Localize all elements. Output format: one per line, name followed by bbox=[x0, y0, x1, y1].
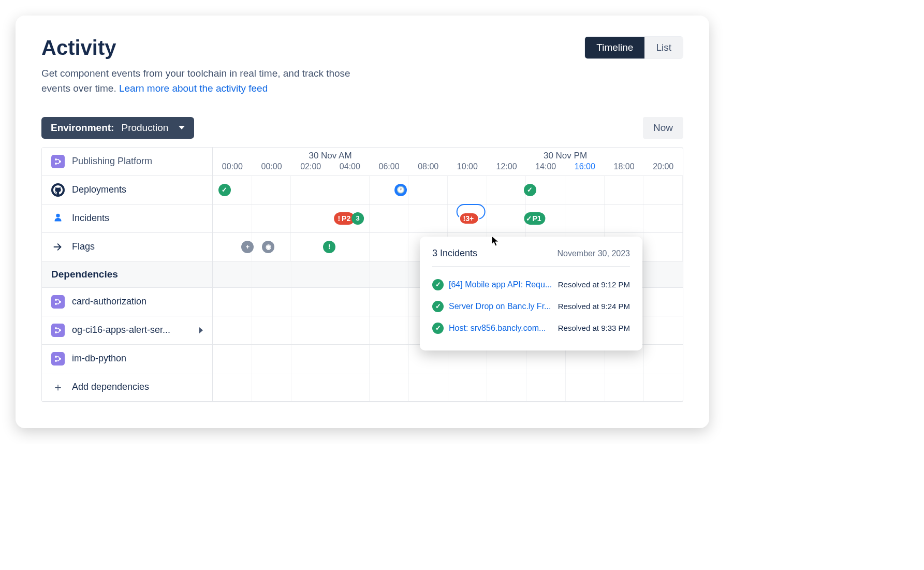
hour-label: 18:00 bbox=[605, 161, 644, 176]
now-button[interactable]: Now bbox=[643, 117, 683, 139]
svg-point-4 bbox=[55, 299, 57, 301]
svg-point-11 bbox=[55, 360, 57, 362]
hour-label: 00:00 bbox=[213, 161, 252, 176]
incident-icon bbox=[51, 212, 65, 225]
popover-title: 3 Incidents bbox=[432, 248, 477, 259]
dependency-im-db-python[interactable]: im-db-python bbox=[42, 345, 213, 373]
popover-item: ✓ [64] Mobile app API: Requ... Resolved … bbox=[432, 274, 630, 296]
tab-timeline[interactable]: Timeline bbox=[585, 37, 644, 59]
chevron-right-icon bbox=[199, 327, 203, 333]
svg-point-5 bbox=[55, 303, 57, 305]
page-title: Activity bbox=[41, 36, 373, 60]
dependencies-section: Dependencies bbox=[42, 261, 213, 287]
hour-label: 12:00 bbox=[487, 161, 526, 176]
row-incidents[interactable]: Incidents bbox=[42, 204, 213, 232]
incident-link[interactable]: Host: srv856.bancly.com... bbox=[449, 324, 546, 333]
plus-icon: ＋ bbox=[51, 381, 65, 394]
component-icon bbox=[51, 295, 65, 309]
page-subtitle: Get component events from your toolchain… bbox=[41, 66, 373, 96]
incident-popover: 3 Incidents November 30, 2023 ✓ [64] Mob… bbox=[420, 237, 642, 350]
hour-label: 08:00 bbox=[408, 161, 448, 176]
deploy-success-marker[interactable]: ✓ bbox=[218, 184, 231, 196]
hour-label: 10:00 bbox=[448, 161, 487, 176]
flag-target-marker[interactable]: ◉ bbox=[262, 241, 274, 253]
incident-count-badge: 3 bbox=[351, 212, 364, 225]
view-toggle: Timeline List bbox=[584, 36, 683, 59]
incident-cluster-marker[interactable]: !3+ bbox=[459, 212, 479, 225]
row-flags[interactable]: Flags bbox=[42, 233, 213, 261]
day-label-pm: 30 Nov PM bbox=[448, 148, 683, 161]
platform-header: Publishing Platform bbox=[42, 148, 213, 176]
hour-label: 04:00 bbox=[330, 161, 370, 176]
hour-label: 16:00 bbox=[565, 161, 605, 176]
chevron-down-icon bbox=[179, 126, 185, 129]
deploy-success-marker[interactable]: ✓ bbox=[524, 184, 536, 196]
deploy-pending-marker[interactable]: 🕐 bbox=[394, 184, 407, 196]
add-dependencies-button[interactable]: ＋ Add dependencies bbox=[42, 373, 213, 401]
component-icon bbox=[51, 324, 65, 337]
hour-label: 14:00 bbox=[526, 161, 565, 176]
svg-point-8 bbox=[55, 331, 57, 333]
svg-point-1 bbox=[55, 163, 57, 165]
day-label-am: 30 Nov AM bbox=[213, 148, 448, 161]
popover-item: ✓ Server Drop on Banc.ly Fr... Resolved … bbox=[432, 296, 630, 317]
check-icon: ✓ bbox=[432, 323, 444, 334]
hour-label: 00:00 bbox=[252, 161, 291, 176]
dependency-og-ci16[interactable]: og-ci16-apps-alert-ser... bbox=[42, 316, 213, 344]
component-icon bbox=[51, 155, 65, 168]
timeline-grid: Publishing Platform 30 Nov AM 30 Nov PM … bbox=[41, 147, 683, 402]
flag-icon bbox=[51, 240, 65, 254]
incident-link[interactable]: [64] Mobile app API: Requ... bbox=[449, 280, 552, 289]
incident-p2-marker[interactable]: !P2 3 bbox=[334, 212, 364, 225]
popover-item: ✓ Host: srv856.bancly.com... Resolved at… bbox=[432, 317, 630, 339]
lane-incidents: !P2 3 !3+ ✓ P1 bbox=[213, 204, 683, 232]
hour-labels: 00:0000:0002:0004:0006:0008:0010:0012:00… bbox=[213, 161, 683, 176]
environment-select[interactable]: Environment: Production bbox=[41, 117, 194, 139]
component-icon bbox=[51, 352, 65, 366]
check-icon: ✓ bbox=[432, 279, 444, 290]
flag-info-marker[interactable]: ! bbox=[323, 241, 335, 253]
hour-label: 06:00 bbox=[370, 161, 409, 176]
dependency-card-authorization[interactable]: card-authorization bbox=[42, 288, 213, 316]
github-icon bbox=[51, 183, 65, 197]
svg-point-3 bbox=[56, 214, 60, 217]
row-deployments[interactable]: Deployments bbox=[42, 176, 213, 204]
lane-deployments: ✓ 🕐 ✓ bbox=[213, 176, 683, 204]
check-icon: ✓ bbox=[432, 301, 444, 312]
hour-label: 02:00 bbox=[291, 161, 330, 176]
tab-list[interactable]: List bbox=[644, 37, 683, 59]
svg-point-0 bbox=[55, 158, 57, 160]
incident-link[interactable]: Server Drop on Banc.ly Fr... bbox=[449, 302, 551, 311]
activity-panel: Activity Get component events from your … bbox=[16, 16, 709, 428]
popover-date: November 30, 2023 bbox=[557, 249, 630, 258]
flag-add-marker[interactable]: + bbox=[241, 241, 254, 253]
learn-more-link[interactable]: Learn more about the activity feed bbox=[119, 83, 268, 94]
hour-label: 20:00 bbox=[643, 161, 683, 176]
incident-p1-marker[interactable]: ✓ P1 bbox=[524, 212, 545, 225]
svg-point-10 bbox=[55, 356, 57, 358]
svg-point-7 bbox=[55, 327, 57, 329]
